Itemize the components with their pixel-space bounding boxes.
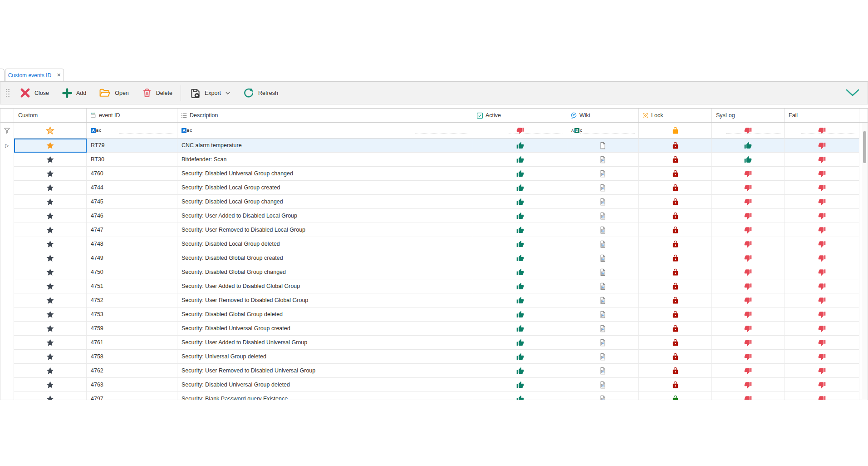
filter-active-cell[interactable]: [473, 123, 567, 139]
wiki-cell[interactable]: [567, 378, 639, 392]
active-cell[interactable]: [473, 293, 567, 307]
add-button[interactable]: Add: [55, 84, 93, 102]
description-cell[interactable]: Security: User Added to Disabled Local G…: [177, 209, 473, 223]
custom-star-cell[interactable]: [14, 195, 87, 209]
refresh-button[interactable]: Refresh: [236, 84, 284, 102]
lock-cell[interactable]: [639, 265, 712, 279]
wiki-cell[interactable]: [567, 350, 639, 364]
column-header-active[interactable]: Active: [473, 109, 567, 122]
column-header-lock[interactable]: Lock: [639, 109, 712, 122]
active-cell[interactable]: [473, 307, 567, 322]
tab-custom-events-id[interactable]: Custom events ID ✕: [5, 69, 64, 81]
syslog-cell[interactable]: [712, 139, 785, 153]
lock-cell[interactable]: [639, 181, 712, 195]
custom-star-cell[interactable]: [14, 167, 87, 181]
wiki-cell[interactable]: [567, 392, 639, 400]
description-cell[interactable]: Security: Disabled Global Group deleted: [177, 307, 473, 322]
event-id-cell[interactable]: 4761: [87, 336, 177, 350]
event-id-cell[interactable]: 4750: [87, 265, 177, 279]
filter-custom-cell[interactable]: [14, 123, 87, 139]
fail-cell[interactable]: [785, 350, 859, 364]
custom-star-cell[interactable]: [14, 307, 87, 322]
fail-cell[interactable]: [785, 322, 859, 336]
active-cell[interactable]: [473, 237, 567, 251]
event-id-cell[interactable]: 4752: [87, 293, 177, 307]
syslog-cell[interactable]: [712, 322, 785, 336]
lock-cell[interactable]: [639, 209, 712, 223]
description-cell[interactable]: CNC alarm temperature: [177, 139, 473, 153]
syslog-cell[interactable]: [712, 223, 785, 237]
fail-cell[interactable]: [785, 279, 859, 293]
fail-cell[interactable]: [785, 167, 859, 181]
table-row[interactable]: BT30 Bitdefender: Scan: [0, 153, 868, 167]
filter-wiki-cell[interactable]: ABC: [567, 123, 639, 139]
table-row[interactable]: 4761 Security: User Added to Disabled Un…: [0, 336, 868, 350]
table-row[interactable]: 4762 Security: User Removed to Disabled …: [0, 364, 868, 378]
wiki-cell[interactable]: [567, 209, 639, 223]
description-cell[interactable]: Security: User Removed to Disabled Globa…: [177, 293, 473, 307]
event-id-cell[interactable]: 4753: [87, 307, 177, 322]
fail-cell[interactable]: [785, 364, 859, 378]
filter-lock-cell[interactable]: [639, 123, 712, 139]
filter-event-id-cell[interactable]: ABC: [87, 123, 177, 139]
event-id-cell[interactable]: 4749: [87, 251, 177, 265]
description-cell[interactable]: Bitdefender: Scan: [177, 153, 473, 167]
description-cell[interactable]: Security: Disabled Universal Group chang…: [177, 167, 473, 181]
fail-cell[interactable]: [785, 223, 859, 237]
table-row[interactable]: 4760 Security: Disabled Universal Group …: [0, 167, 868, 181]
open-button[interactable]: Open: [93, 84, 135, 102]
table-row[interactable]: 4749 Security: Disabled Global Group cre…: [0, 251, 868, 265]
syslog-cell[interactable]: [712, 153, 785, 167]
column-header-description[interactable]: Description: [177, 109, 473, 122]
custom-star-cell[interactable]: [14, 350, 87, 364]
active-cell[interactable]: [473, 392, 567, 400]
export-button[interactable]: Export: [183, 84, 236, 102]
filter-fail-cell[interactable]: [785, 123, 859, 139]
wiki-cell[interactable]: [567, 237, 639, 251]
lock-cell[interactable]: [639, 364, 712, 378]
active-cell[interactable]: [473, 195, 567, 209]
custom-star-cell[interactable]: [14, 251, 87, 265]
lock-cell[interactable]: [639, 307, 712, 322]
syslog-cell[interactable]: [712, 265, 785, 279]
event-id-cell[interactable]: 4760: [87, 167, 177, 181]
event-id-cell[interactable]: BT30: [87, 153, 177, 167]
custom-star-cell[interactable]: [14, 237, 87, 251]
table-row[interactable]: 4748 Security: Disabled Local Group dele…: [0, 237, 868, 251]
description-cell[interactable]: Security: Disabled Universal Group creat…: [177, 322, 473, 336]
lock-cell[interactable]: [639, 223, 712, 237]
vertical-scrollbar[interactable]: [862, 123, 867, 399]
syslog-cell[interactable]: [712, 293, 785, 307]
wiki-cell[interactable]: [567, 265, 639, 279]
active-cell[interactable]: [473, 153, 567, 167]
active-cell[interactable]: [473, 336, 567, 350]
syslog-cell[interactable]: [712, 364, 785, 378]
event-id-cell[interactable]: 4747: [87, 223, 177, 237]
fail-cell[interactable]: [785, 195, 859, 209]
lock-cell[interactable]: [639, 293, 712, 307]
column-header-wiki[interactable]: Wiki: [567, 109, 639, 122]
event-id-cell[interactable]: 4759: [87, 322, 177, 336]
active-cell[interactable]: [473, 223, 567, 237]
custom-star-cell[interactable]: [14, 336, 87, 350]
table-row[interactable]: 4752 Security: User Removed to Disabled …: [0, 293, 868, 307]
toolbar-drag-grip[interactable]: [6, 89, 10, 97]
active-cell[interactable]: [473, 364, 567, 378]
event-id-cell[interactable]: 4751: [87, 279, 177, 293]
fail-cell[interactable]: [785, 139, 859, 153]
wiki-cell[interactable]: [567, 293, 639, 307]
description-cell[interactable]: Security: Disabled Global Group changed: [177, 265, 473, 279]
active-cell[interactable]: [473, 279, 567, 293]
syslog-cell[interactable]: [712, 181, 785, 195]
custom-star-cell[interactable]: [14, 279, 87, 293]
table-row[interactable]: 4751 Security: User Added to Disabled Gl…: [0, 279, 868, 293]
column-header-syslog[interactable]: SysLog: [712, 109, 785, 122]
fail-cell[interactable]: [785, 237, 859, 251]
table-row[interactable]: 4758 Security: Universal Group deleted: [0, 350, 868, 364]
wiki-cell[interactable]: [567, 336, 639, 350]
wiki-cell[interactable]: [567, 322, 639, 336]
event-id-cell[interactable]: 4797: [87, 392, 177, 400]
description-cell[interactable]: Security: User Added to Disabled Global …: [177, 279, 473, 293]
syslog-cell[interactable]: [712, 392, 785, 400]
custom-star-cell[interactable]: [14, 139, 87, 153]
